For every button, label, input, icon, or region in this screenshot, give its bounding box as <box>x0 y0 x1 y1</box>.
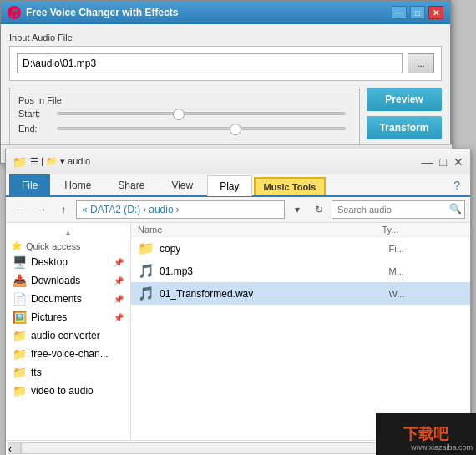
ribbon-tabs: File Home Share View Play Music Tools ? <box>6 174 470 197</box>
sidebar-item-video[interactable]: 📁 video to audio <box>6 382 130 400</box>
address-breadcrumb[interactable]: « DATA2 (D:) › audio › <box>76 200 285 219</box>
video-label: video to audio <box>31 385 124 397</box>
desktop-icon: 🖥️ <box>13 255 27 269</box>
search-input[interactable] <box>332 200 465 219</box>
sidebar-item-free-voice[interactable]: 📁 free-voice-chan... <box>6 345 130 363</box>
breadcrumb-sep2: › <box>176 204 180 215</box>
col-type-header: Ty... <box>382 225 464 235</box>
close-button[interactable]: ✕ <box>428 6 443 19</box>
end-label: End: <box>18 124 52 134</box>
star-icon: ⭐ <box>11 240 23 251</box>
start-label: Start: <box>18 109 52 119</box>
scroll-left[interactable]: ‹ <box>8 442 21 454</box>
tab-view[interactable]: View <box>159 174 205 195</box>
dropdown-button[interactable]: ▾ <box>288 200 306 219</box>
desktop-label: Desktop <box>31 256 109 268</box>
search-wrapper: 🔍 <box>332 200 465 219</box>
app-body: Input Audio File ... Pos In File Start: … <box>1 24 450 163</box>
folder-icon-ac: 📁 <box>13 329 27 342</box>
pictures-label: Pictures <box>31 311 109 323</box>
explorer-title: ☰ | 📁 ▾ audio <box>30 156 422 167</box>
audio-converter-label: audio converter <box>31 330 124 341</box>
audio-icon-wav: 🎵 <box>138 286 154 301</box>
quick-access-label: Quick access <box>26 241 80 251</box>
window-controls: — □ ✕ <box>392 6 443 19</box>
input-file-row: ... <box>17 53 434 73</box>
browse-button[interactable]: ... <box>408 53 434 73</box>
folder-icon-tts: 📁 <box>13 366 27 379</box>
tab-play[interactable]: Play <box>207 175 251 196</box>
file-name-wav: 01_Transformed.wav <box>160 288 384 300</box>
folder-icon-fv: 📁 <box>13 347 27 361</box>
breadcrumb-sep1: › <box>143 204 146 215</box>
sidebar-item-documents[interactable]: 📄 Documents 📌 <box>6 290 130 308</box>
folder-icon: 📁 <box>13 155 27 169</box>
breadcrumb-drive[interactable]: « DATA2 (D:) <box>82 204 140 215</box>
sidebar-item-downloads[interactable]: 📥 Downloads 📌 <box>6 271 130 290</box>
tab-file[interactable]: File <box>9 174 50 195</box>
title-sep: ☰ | 📁 ▾ <box>30 156 68 166</box>
transform-button[interactable]: Transform <box>367 116 442 139</box>
pin-icon-dl: 📌 <box>114 276 124 286</box>
tab-share[interactable]: Share <box>105 174 157 195</box>
tab-home[interactable]: Home <box>52 174 104 195</box>
sidebar-item-pictures[interactable]: 🖼️ Pictures 📌 <box>6 308 130 326</box>
watermark: 下载吧 www.xiazaiba.com <box>376 413 476 455</box>
sidebar-item-desktop[interactable]: 🖥️ Desktop 📌 <box>6 253 130 271</box>
breadcrumb-folder[interactable]: audio <box>149 204 173 215</box>
file-type-copy: Fi... <box>389 244 464 254</box>
sidebar-pane: ▲ ⭐ Quick access 🖥️ Desktop 📌 📥 Download… <box>6 223 131 440</box>
start-slider-track <box>57 112 346 115</box>
forward-button[interactable]: → <box>33 200 51 219</box>
documents-label: Documents <box>31 293 109 305</box>
file-row-mp3[interactable]: 🎵 01.mp3 M... <box>131 260 470 282</box>
scroll-up-indicator: ▲ <box>6 226 130 239</box>
minimize-button[interactable]: — <box>392 6 407 19</box>
explorer-maximize[interactable]: □ <box>440 155 447 169</box>
folder-icon-copy: 📁 <box>138 240 154 256</box>
file-name-mp3: 01.mp3 <box>160 265 384 277</box>
app-titlebar: 🎵 Free Voice Changer with Effects — □ ✕ <box>1 1 450 24</box>
pin-icon: 📌 <box>114 258 124 267</box>
pin-icon-pic: 📌 <box>114 313 124 322</box>
address-bar: ← → ↑ « DATA2 (D:) › audio › ▾ ↻ 🔍 <box>6 197 470 223</box>
sidebar-item-tts[interactable]: 📁 tts <box>6 363 130 382</box>
pos-label: Pos In File <box>18 95 351 105</box>
end-row: End: <box>18 124 351 134</box>
watermark-sub: www.xiazaiba.com <box>411 443 473 452</box>
start-row: Start: <box>18 109 351 119</box>
downloads-label: Downloads <box>31 275 109 286</box>
help-button[interactable]: ? <box>447 175 467 195</box>
file-list-header: Name Ty... <box>131 223 470 237</box>
explorer-content: ▲ ⭐ Quick access 🖥️ Desktop 📌 📥 Download… <box>6 223 470 440</box>
explorer-titlebar: 📁 ☰ | 📁 ▾ audio — □ ✕ <box>6 149 470 174</box>
maximize-button[interactable]: □ <box>410 6 425 19</box>
tts-label: tts <box>31 367 124 378</box>
pos-section: Pos In File Start: End: Preview Transfor… <box>9 88 442 146</box>
file-row-wav[interactable]: 🎵 01_Transformed.wav W... <box>131 282 470 305</box>
pin-icon-doc: 📌 <box>114 295 124 304</box>
input-label: Input Audio File <box>9 33 442 43</box>
refresh-button[interactable]: ↻ <box>310 200 328 219</box>
col-name-header: Name <box>138 225 382 235</box>
explorer-folder-name: audio <box>68 156 90 166</box>
search-icon: 🔍 <box>449 203 462 215</box>
quick-access-header[interactable]: ⭐ Quick access <box>6 239 130 253</box>
up-button[interactable]: ↑ <box>54 200 73 219</box>
back-button[interactable]: ← <box>11 200 29 219</box>
end-slider-thumb[interactable] <box>230 124 241 135</box>
audio-icon-mp3: 🎵 <box>138 263 154 279</box>
app-icon: 🎵 <box>8 6 21 19</box>
explorer-minimize[interactable]: — <box>422 155 433 169</box>
app-window: 🎵 Free Voice Changer with Effects — □ ✕ … <box>0 0 451 164</box>
start-slider-thumb[interactable] <box>173 109 185 120</box>
app-title: Free Voice Changer with Effects <box>26 7 392 18</box>
tab-music-tools[interactable]: Music Tools <box>254 177 327 195</box>
file-type-wav: W... <box>389 289 464 299</box>
preview-button[interactable]: Preview <box>367 88 442 111</box>
file-path-input[interactable] <box>17 53 403 73</box>
explorer-close[interactable]: ✕ <box>453 155 463 169</box>
file-row-copy[interactable]: 📁 copy Fi... <box>131 237 470 260</box>
main-file-pane: Name Ty... 📁 copy Fi... 🎵 01.mp3 M... 🎵 … <box>131 223 470 440</box>
sidebar-item-audio-converter[interactable]: 📁 audio converter <box>6 326 130 345</box>
